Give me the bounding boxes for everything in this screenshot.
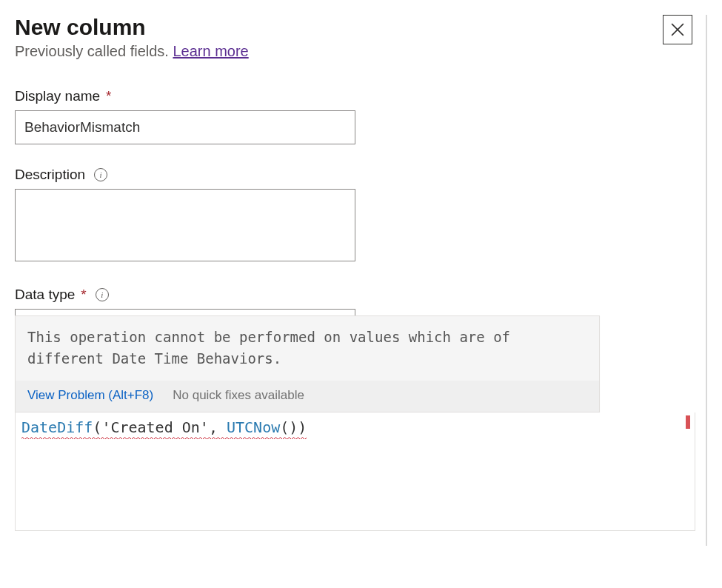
field-display-name: Display name * (15, 88, 700, 144)
data-type-label: Data type * i (15, 287, 700, 303)
error-squiggle (21, 436, 307, 439)
learn-more-link[interactable]: Learn more (173, 43, 248, 59)
description-input[interactable] (15, 189, 355, 261)
minimap-error-marker[interactable] (686, 415, 690, 429)
token-paren: ) (298, 418, 307, 436)
close-icon (671, 23, 684, 36)
description-label-text: Description (15, 167, 85, 183)
error-actions: View Problem (Alt+F8) No quick fixes ava… (16, 381, 599, 412)
field-data-type: Data type * i F This operation cannot be… (15, 287, 700, 531)
formula-line: DateDiff('Created On', UTCNow()) (21, 417, 307, 438)
data-type-label-text: Data type (15, 287, 75, 303)
token-function: UTCNow (227, 418, 280, 436)
token-paren: ) (289, 418, 298, 436)
view-problem-link[interactable]: View Problem (Alt+F8) (27, 388, 153, 403)
no-quick-fixes-text: No quick fixes available (173, 388, 304, 403)
info-icon[interactable]: i (96, 288, 109, 301)
error-message: This operation cannot be performed on va… (16, 316, 599, 381)
page-subtitle: Previously called fields. Learn more (15, 43, 700, 60)
info-icon[interactable]: i (94, 168, 107, 181)
error-tooltip: This operation cannot be performed on va… (15, 315, 600, 412)
token-paren: ( (93, 418, 101, 436)
subtitle-text: Previously called fields. (15, 43, 173, 59)
close-button[interactable] (663, 15, 692, 44)
token-string: 'Created On' (101, 418, 209, 436)
token-function: DateDiff (21, 418, 93, 436)
display-name-label: Display name * (15, 88, 700, 104)
required-star-icon: * (81, 287, 86, 303)
required-star-icon: * (106, 88, 111, 104)
page-title: New column (15, 15, 700, 40)
description-label: Description i (15, 167, 700, 183)
field-description: Description i (15, 167, 700, 264)
panel-right-divider (706, 15, 707, 546)
token-comma: , (209, 418, 227, 436)
display-name-input[interactable] (15, 110, 355, 144)
display-name-label-text: Display name (15, 88, 100, 104)
formula-editor[interactable]: DateDiff('Created On', UTCNow()) (15, 412, 695, 531)
token-paren: ( (280, 418, 289, 436)
